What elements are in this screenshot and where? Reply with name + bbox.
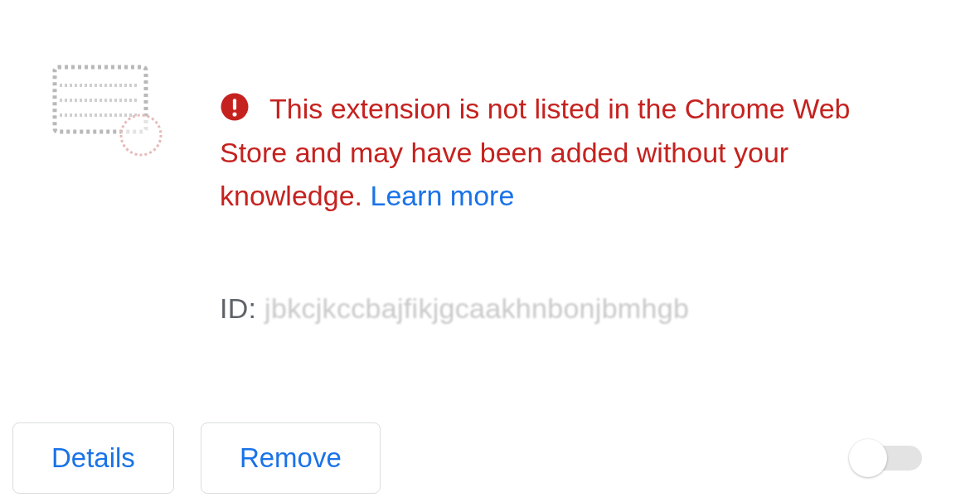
- extension-id-label: ID:: [220, 292, 264, 324]
- extension-top-row: This extension is not listed in the Chro…: [50, 62, 922, 325]
- extension-id-value: jbkcjkccbajfikjgcaakhnbonjbmhgb: [264, 292, 689, 324]
- extension-icon: [50, 62, 166, 157]
- warning-icon: [220, 92, 250, 122]
- enable-toggle[interactable]: [854, 446, 922, 471]
- extension-content: This extension is not listed in the Chro…: [220, 62, 922, 325]
- toggle-knob: [849, 439, 887, 477]
- svg-point-8: [232, 112, 236, 116]
- remove-button[interactable]: Remove: [201, 422, 381, 494]
- extension-id-row: ID: jbkcjkccbajfikjgcaakhnbonjbmhgb: [220, 292, 922, 325]
- warning-message: This extension is not listed in the Chro…: [220, 87, 922, 218]
- extension-footer: Details Remove: [12, 422, 922, 494]
- learn-more-link[interactable]: Learn more: [370, 180, 514, 211]
- warning-text: This extension is not listed in the Chro…: [220, 93, 851, 211]
- details-button[interactable]: Details: [12, 422, 174, 494]
- extension-card: This extension is not listed in the Chro…: [0, 0, 980, 502]
- svg-rect-7: [233, 99, 236, 110]
